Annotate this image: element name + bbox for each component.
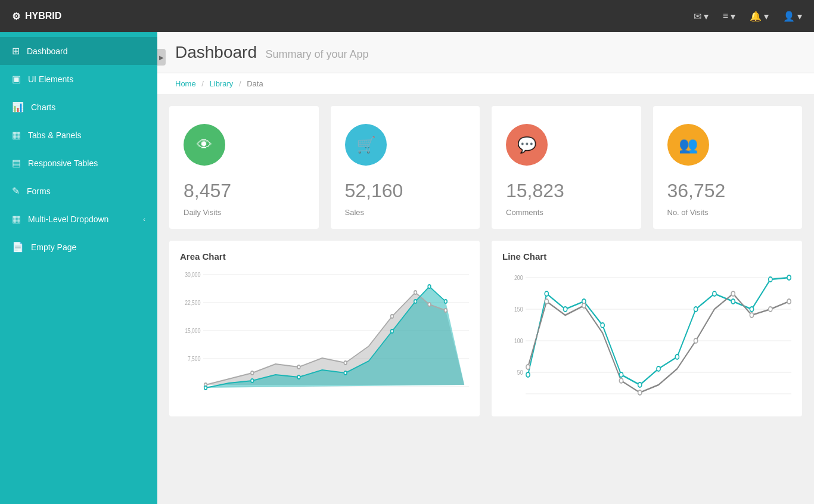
svg-point-13	[297, 365, 300, 369]
visits-label: No. of Visits	[667, 208, 788, 217]
breadcrumb-home[interactable]: Home	[175, 79, 196, 88]
comments-icon-circle: 💬	[506, 124, 548, 166]
comments-label: Comments	[506, 208, 627, 217]
svg-point-20	[251, 379, 254, 382]
svg-point-58	[750, 313, 753, 318]
list-icon: ≡	[723, 11, 728, 21]
breadcrumb-sep-2: /	[239, 79, 241, 88]
line-chart-title: Line Chart	[502, 251, 791, 262]
sidebar-item-label: Dashboard	[27, 46, 68, 56]
svg-point-46	[713, 291, 716, 296]
list-button[interactable]: ≡ ▾	[723, 11, 735, 22]
line-chart-svg: 200 150 100 50	[502, 269, 791, 406]
sidebar-item-label: Responsive Tables	[28, 158, 98, 168]
svg-point-48	[750, 307, 753, 312]
sidebar: ▶ ⊞ Dashboard ▣ UI Elements 📊 Charts ▦ T…	[0, 32, 157, 504]
svg-point-43	[657, 366, 660, 371]
sidebar-item-multi-level[interactable]: ▦ Multi-Level Dropdown ‹	[0, 205, 157, 233]
svg-point-25	[428, 285, 431, 288]
breadcrumb-current: Data	[247, 79, 263, 88]
svg-point-55	[638, 390, 642, 395]
sidebar-toggle[interactable]: ▶	[157, 49, 166, 66]
visits-icon-circle: 👥	[667, 124, 709, 166]
user-button[interactable]: 👤 ▾	[783, 11, 802, 22]
svg-text:150: 150	[514, 306, 523, 313]
sidebar-item-label: Multi-Level Dropdown	[28, 214, 108, 224]
svg-point-47	[731, 299, 735, 304]
svg-point-52	[545, 299, 548, 304]
sidebar-item-dashboard[interactable]: ⊞ Dashboard	[0, 37, 157, 65]
area-chart-card: Area Chart 30,000 22,500 15,000 7,500	[169, 241, 480, 416]
svg-point-53	[582, 303, 586, 308]
brand-icon: ⚙	[12, 11, 20, 22]
brand: ⚙ HYBRID	[12, 11, 61, 22]
brand-name: HYBRID	[25, 11, 61, 21]
svg-point-15	[391, 315, 394, 318]
sidebar-item-empty-page[interactable]: 📄 Empty Page	[0, 233, 157, 261]
charts-icon: 📊	[12, 101, 24, 113]
svg-point-49	[769, 277, 772, 282]
multi-level-icon: ▦	[12, 213, 21, 225]
svg-point-12	[251, 371, 254, 375]
sidebar-item-label: Tabs & Panels	[28, 130, 82, 140]
svg-point-17	[428, 303, 431, 306]
svg-point-54	[619, 378, 623, 383]
svg-point-23	[391, 329, 394, 333]
svg-text:200: 200	[514, 274, 523, 281]
mail-icon: ✉	[694, 11, 701, 22]
svg-point-26	[445, 300, 448, 303]
sidebar-item-tabs-panels[interactable]: ▦ Tabs & Panels	[0, 121, 157, 149]
sidebar-nav: ⊞ Dashboard ▣ UI Elements 📊 Charts ▦ Tab…	[0, 32, 157, 261]
daily-visits-value: 8,457	[184, 180, 305, 202]
sidebar-item-ui-elements[interactable]: ▣ UI Elements	[0, 65, 157, 93]
breadcrumb-library[interactable]: Library	[210, 79, 234, 88]
line-chart-container: 200 150 100 50	[502, 269, 791, 406]
dashboard-icon: ⊞	[12, 45, 20, 57]
svg-point-19	[204, 386, 207, 390]
svg-point-37	[545, 291, 548, 296]
user-dropdown-arrow: ▾	[797, 11, 802, 22]
svg-point-38	[563, 307, 567, 312]
page-title: Dashboard	[175, 43, 257, 61]
mail-button[interactable]: ✉ ▾	[694, 11, 709, 22]
stat-card-daily-visits: 👁 8,457 Daily Visits	[169, 106, 319, 229]
area-chart-svg: 30,000 22,500 15,000 7,500	[180, 269, 469, 406]
charts-row: Area Chart 30,000 22,500 15,000 7,500	[157, 229, 814, 428]
svg-point-41	[619, 372, 623, 377]
svg-point-36	[526, 372, 530, 377]
mail-dropdown-arrow: ▾	[704, 11, 709, 22]
comments-value: 15,823	[506, 180, 627, 202]
content-area: Dashboard Summary of your App Home / Lib…	[157, 32, 814, 504]
forms-icon: ✎	[12, 185, 20, 197]
list-dropdown-arrow: ▾	[731, 11, 735, 22]
main-layout: ▶ ⊞ Dashboard ▣ UI Elements 📊 Charts ▦ T…	[0, 32, 814, 504]
sidebar-item-label: UI Elements	[28, 74, 73, 84]
sidebar-item-label: Empty Page	[31, 242, 76, 252]
stat-card-comments: 💬 15,823 Comments	[492, 106, 641, 229]
svg-point-59	[769, 307, 772, 312]
group-icon: 👥	[679, 136, 698, 154]
sidebar-item-responsive-tables[interactable]: ▤ Responsive Tables	[0, 149, 157, 177]
sales-icon-circle: 🛒	[345, 124, 387, 166]
cart-icon: 🛒	[356, 136, 375, 154]
line-chart-card: Line Chart 200 150 100 50	[492, 241, 802, 416]
tabs-icon: ▦	[12, 129, 21, 141]
svg-point-24	[414, 300, 417, 303]
ui-elements-icon: ▣	[12, 73, 21, 85]
page-header: Dashboard Summary of your App	[157, 32, 814, 73]
svg-point-42	[638, 382, 642, 387]
bell-dropdown-arrow: ▾	[764, 11, 769, 22]
sidebar-item-forms[interactable]: ✎ Forms	[0, 177, 157, 205]
svg-text:50: 50	[517, 369, 523, 376]
stat-card-no-of-visits: 👥 36,752 No. of Visits	[653, 106, 803, 229]
area-chart-title: Area Chart	[180, 251, 469, 262]
svg-text:15,000: 15,000	[185, 327, 201, 334]
daily-visits-label: Daily Visits	[184, 208, 305, 217]
svg-point-51	[526, 365, 530, 369]
svg-text:7,500: 7,500	[188, 355, 201, 362]
bell-button[interactable]: 🔔 ▾	[750, 11, 769, 22]
sidebar-item-charts[interactable]: 📊 Charts	[0, 93, 157, 121]
svg-point-40	[601, 323, 604, 328]
page-subtitle: Summary of your App	[265, 48, 368, 60]
sidebar-item-label: Forms	[27, 186, 51, 196]
